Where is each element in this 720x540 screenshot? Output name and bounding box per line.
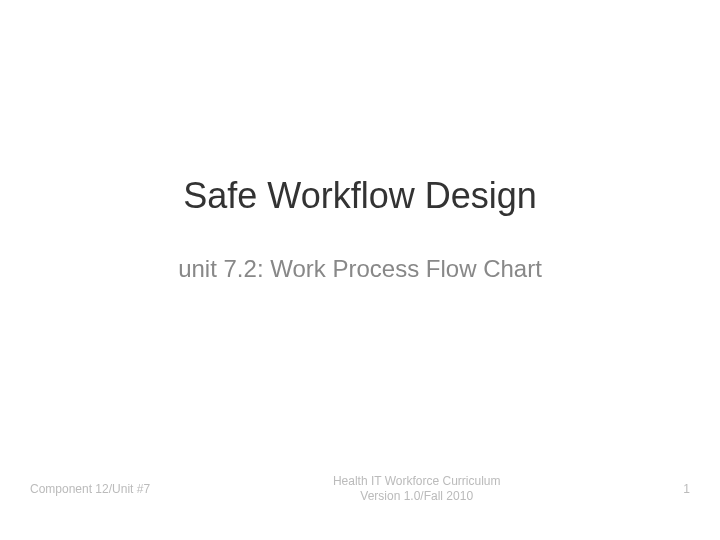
- footer-page-number: 1: [683, 482, 690, 496]
- footer-center-line1: Health IT Workforce Curriculum: [333, 474, 501, 490]
- footer-center-line2: Version 1.0/Fall 2010: [333, 489, 501, 505]
- slide: Safe Workflow Design unit 7.2: Work Proc…: [0, 0, 720, 540]
- footer-left: Component 12/Unit #7: [30, 482, 150, 496]
- footer-center: Health IT Workforce Curriculum Version 1…: [333, 474, 501, 505]
- slide-title: Safe Workflow Design: [0, 175, 720, 217]
- subtitle-area: unit 7.2: Work Process Flow Chart: [0, 255, 720, 283]
- slide-footer: Component 12/Unit #7 Health IT Workforce…: [0, 474, 720, 505]
- slide-subtitle: unit 7.2: Work Process Flow Chart: [0, 255, 720, 283]
- title-area: Safe Workflow Design: [0, 175, 720, 217]
